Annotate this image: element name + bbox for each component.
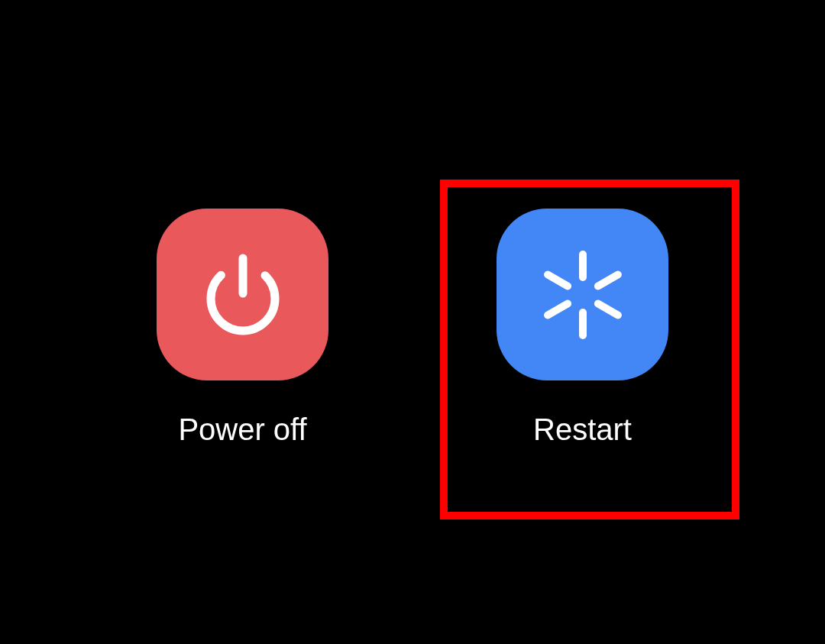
svg-line-7: [548, 274, 568, 286]
svg-line-4: [597, 274, 617, 286]
restart-button[interactable]: Restart: [497, 209, 668, 447]
power-off-icon-container: [157, 209, 328, 380]
power-off-button[interactable]: Power off: [157, 209, 328, 447]
power-icon: [197, 249, 289, 341]
power-menu: Power off Restart: [0, 209, 825, 447]
restart-label: Restart: [533, 413, 632, 447]
restart-icon: [533, 245, 632, 345]
svg-line-5: [548, 303, 568, 315]
power-off-label: Power off: [178, 413, 306, 447]
svg-line-6: [597, 303, 617, 315]
restart-icon-container: [497, 209, 668, 380]
